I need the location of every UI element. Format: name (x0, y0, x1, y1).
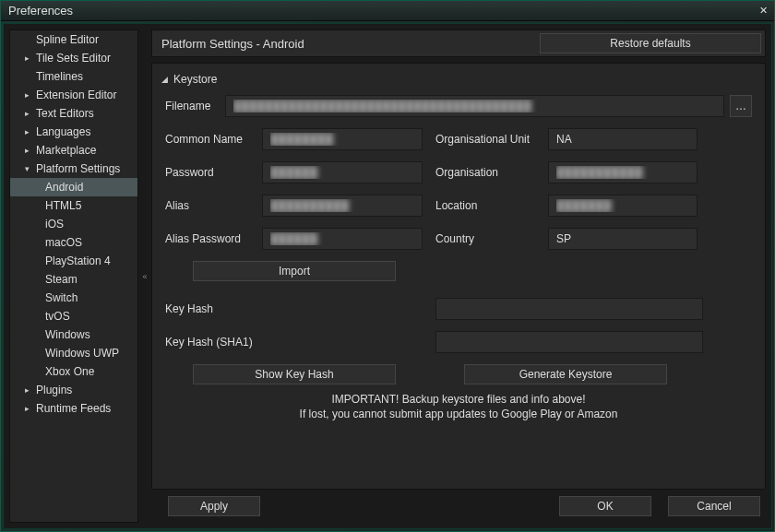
tree-item-ios[interactable]: iOS (10, 215, 137, 233)
tree-item-windows-uwp[interactable]: Windows UWP (10, 344, 137, 362)
location-input[interactable] (548, 195, 698, 217)
alias-password-input[interactable] (262, 228, 423, 250)
tree-item-label: Xbox One (45, 365, 94, 378)
close-icon[interactable]: ✕ (756, 4, 770, 17)
ok-button[interactable]: OK (559, 496, 651, 516)
tree-item-spline-editor[interactable]: Spline Editor (10, 30, 137, 49)
settings-scroll[interactable]: ◢ Keystore Filename … Common Name Organi… (151, 63, 766, 490)
tree-item-macos[interactable]: macOS (10, 233, 137, 252)
password-label: Password (165, 166, 262, 179)
chevron-down-icon: ◢ (161, 75, 168, 84)
apply-button[interactable]: Apply (168, 496, 260, 516)
restore-defaults-button[interactable]: Restore defaults (540, 33, 761, 53)
import-button[interactable]: Import (193, 261, 396, 281)
location-label: Location (435, 199, 548, 212)
tree-item-label: Extension Editor (36, 89, 116, 101)
chevron-right-icon: ▸ (25, 385, 34, 395)
password-input[interactable] (262, 161, 423, 183)
chevron-right-icon: ▸ (25, 53, 34, 63)
chevron-right-icon: ▸ (25, 109, 34, 118)
tree-item-windows[interactable]: Windows (10, 325, 137, 344)
country-label: Country (435, 232, 548, 245)
tree-item-tile-sets-editor[interactable]: ▸Tile Sets Editor (10, 49, 137, 67)
tree-item-xbox-one[interactable]: Xbox One (10, 362, 137, 381)
keystore-section-title: Keystore (173, 73, 217, 86)
preferences-tree[interactable]: Spline Editor▸Tile Sets EditorTimelines▸… (9, 30, 138, 523)
keystore-section-header[interactable]: ◢ Keystore (165, 73, 752, 86)
tree-item-label: Runtime Feeds (36, 402, 111, 415)
key-hash-input[interactable] (435, 298, 703, 320)
right-panel: Platform Settings - Android Restore defa… (151, 30, 766, 523)
panel-title: Platform Settings - Android (161, 37, 304, 51)
chevron-right-icon: ▸ (25, 404, 34, 413)
browse-button[interactable]: … (730, 95, 752, 117)
panel-header: Platform Settings - Android Restore defa… (151, 30, 766, 57)
tree-item-label: iOS (45, 218, 64, 231)
organisation-label: Organisation (435, 166, 548, 179)
alias-password-label: Alias Password (165, 232, 262, 245)
tree-item-label: Spline Editor (36, 33, 99, 46)
key-hash-label: Key Hash (165, 302, 435, 315)
tree-item-label: Marketplace (36, 144, 96, 157)
key-hash-sha1-label: Key Hash (SHA1) (165, 336, 435, 349)
org-unit-input[interactable] (548, 128, 698, 150)
organisation-input[interactable] (548, 161, 698, 183)
generate-keystore-button[interactable]: Generate Keystore (464, 364, 667, 384)
window-title: Preferences (8, 4, 73, 18)
content-area: Spline Editor▸Tile Sets EditorTimelines▸… (3, 23, 772, 529)
chevron-right-icon: ▸ (25, 90, 34, 100)
tree-item-label: Android (45, 181, 83, 194)
tree-item-steam[interactable]: Steam (10, 270, 137, 289)
key-hash-sha1-input[interactable] (435, 331, 703, 353)
tree-item-marketplace[interactable]: ▸Marketplace (10, 141, 137, 160)
common-name-label: Common Name (165, 133, 262, 146)
alias-label: Alias (165, 199, 262, 212)
tree-item-label: Platform Settings (36, 162, 120, 175)
tree-item-languages[interactable]: ▸Languages (10, 123, 137, 141)
common-name-input[interactable] (262, 128, 423, 150)
warning-text: IMPORTANT! Backup keystore files and inf… (165, 392, 752, 421)
tree-item-android[interactable]: Android (10, 178, 137, 196)
tree-item-text-editors[interactable]: ▸Text Editors (10, 104, 137, 123)
tree-item-extension-editor[interactable]: ▸Extension Editor (10, 86, 137, 104)
tree-item-label: Plugins (36, 384, 72, 396)
tree-item-runtime-feeds[interactable]: ▸Runtime Feeds (10, 399, 137, 418)
tree-item-plugins[interactable]: ▸Plugins (10, 381, 137, 399)
chevron-right-icon: ▸ (25, 146, 34, 155)
show-key-hash-button[interactable]: Show Key Hash (193, 364, 396, 384)
tree-item-label: Languages (36, 125, 90, 138)
filename-input[interactable] (225, 95, 724, 117)
tree-item-label: Windows (45, 328, 90, 341)
footer-buttons: Apply OK Cancel (151, 490, 766, 523)
titlebar[interactable]: Preferences ✕ (1, 1, 774, 21)
tree-item-label: PlayStation 4 (45, 254, 111, 267)
tree-item-playstation-4[interactable]: PlayStation 4 (10, 252, 137, 270)
tree-item-label: Steam (45, 273, 78, 286)
tree-item-switch[interactable]: Switch (10, 289, 137, 307)
org-unit-label: Organisational Unit (435, 133, 548, 146)
country-input[interactable] (548, 228, 698, 250)
tree-item-label: macOS (45, 236, 82, 249)
tree-item-label: Windows UWP (45, 347, 119, 360)
cancel-button[interactable]: Cancel (668, 496, 760, 516)
chevron-down-icon: ▾ (25, 164, 34, 173)
tree-item-label: Timelines (36, 70, 83, 83)
tree-item-platform-settings[interactable]: ▾Platform Settings (10, 160, 137, 178)
tree-item-label: HTML5 (45, 199, 81, 212)
tree-item-tvos[interactable]: tvOS (10, 307, 137, 325)
tree-item-label: Switch (45, 291, 78, 304)
tree-item-label: tvOS (45, 310, 70, 323)
main-split: Spline Editor▸Tile Sets EditorTimelines▸… (4, 24, 771, 528)
tree-item-timelines[interactable]: Timelines (10, 67, 137, 86)
tree-item-html5[interactable]: HTML5 (10, 196, 137, 215)
chevron-right-icon: ▸ (25, 127, 34, 136)
preferences-window: Preferences ✕ Spline Editor▸Tile Sets Ed… (0, 0, 775, 532)
alias-input[interactable] (262, 195, 423, 217)
filename-label: Filename (165, 100, 225, 112)
collapse-handle-icon[interactable]: « (140, 24, 149, 528)
tree-item-label: Tile Sets Editor (36, 52, 111, 65)
tree-item-label: Text Editors (36, 107, 94, 120)
